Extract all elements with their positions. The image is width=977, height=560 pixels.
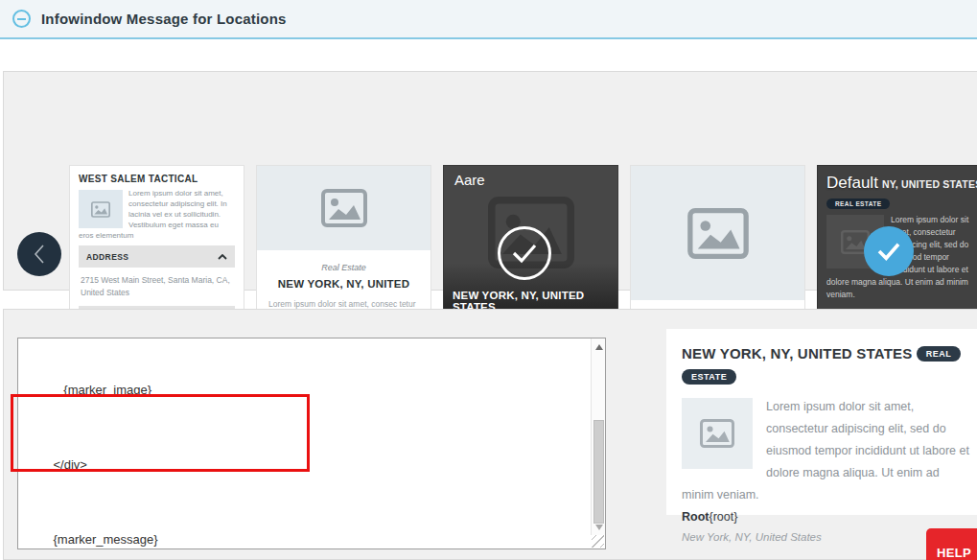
card-title: NEW YORK, NY, UNITED xyxy=(257,278,430,290)
category-badge: REAL ESTATE xyxy=(826,198,890,209)
code-line: </div> xyxy=(22,453,590,478)
textarea-content: {marker_image} </div> {marker_message} <… xyxy=(22,339,590,547)
scroll-down-button[interactable] xyxy=(592,520,606,534)
image-placeholder-icon xyxy=(682,398,753,469)
preview-title: NEW YORK, NY, UNITED STATES REAL ESTATE xyxy=(682,342,969,388)
collapse-icon[interactable] xyxy=(12,10,31,28)
infowindow-preview-card: NEW YORK, NY, UNITED STATES REAL ESTATE … xyxy=(666,329,977,515)
template-name-label: Aare xyxy=(454,172,485,188)
address-accordion-label: ADDRESS xyxy=(86,252,128,262)
preview-body: Lorem ipsum dolor sit amet, consectetur … xyxy=(682,396,969,547)
scrollbar-thumb[interactable] xyxy=(593,420,604,524)
page-title: Infowindow Message for Locations xyxy=(41,11,287,27)
code-line: {marker_image} xyxy=(22,378,590,403)
template-carousel: WEST SALEM TACTICAL Lorem ipsum dolor si… xyxy=(3,71,977,291)
chevron-up-icon xyxy=(218,254,227,260)
carousel-prev-button[interactable] xyxy=(17,232,61,276)
infowindow-template-textarea[interactable]: {marker_image} </div> {marker_message} <… xyxy=(17,338,606,549)
infowindow-settings-screen: Infowindow Message for Locations WEST SA… xyxy=(0,0,977,560)
image-placeholder-icon xyxy=(631,166,804,300)
code-line: {marker_message} xyxy=(22,527,590,547)
card-title-row: Default NY, UNITED STATES xyxy=(826,174,977,193)
scroll-up-button[interactable] xyxy=(592,339,606,354)
card-title: WEST SALEM TACTICAL xyxy=(79,174,235,184)
address-accordion-header: ADDRESS xyxy=(79,245,235,268)
card-title: NY, UNITED STATES xyxy=(882,178,977,190)
image-placeholder-icon xyxy=(79,190,123,228)
selected-check-icon xyxy=(498,226,551,280)
address-accordion-content: 2715 West Main Street, Santa Maria, CA, … xyxy=(79,268,235,301)
textarea-resize-handle[interactable] xyxy=(592,535,604,548)
image-placeholder-icon xyxy=(257,166,430,250)
template-name-label: Default xyxy=(826,174,878,193)
card-category: Real Estate xyxy=(257,263,430,272)
chevron-left-icon xyxy=(33,244,46,265)
preview-root-line: Root{root} xyxy=(682,506,969,527)
section-header: Infowindow Message for Locations xyxy=(0,0,977,39)
selected-check-icon xyxy=(864,226,914,276)
textarea-scrollbar xyxy=(591,338,605,535)
help-button[interactable]: HELP xyxy=(926,528,977,560)
